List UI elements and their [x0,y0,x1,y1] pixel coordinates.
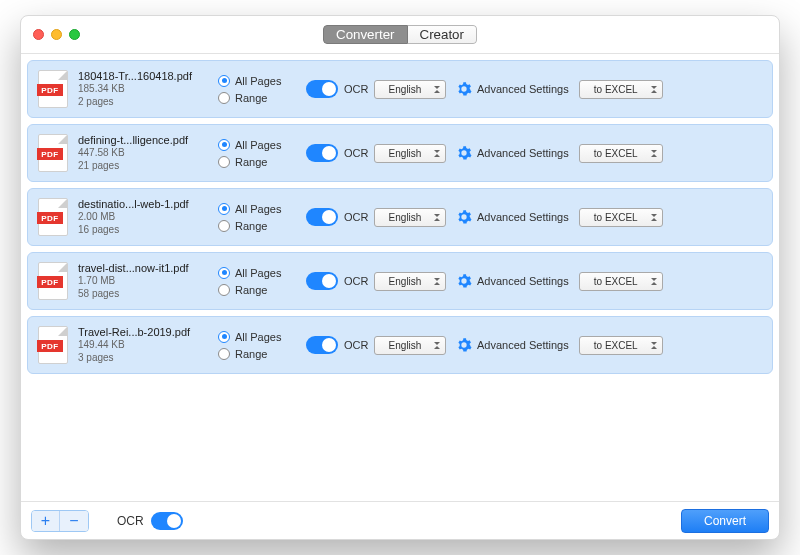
language-dropdown[interactable]: English [374,208,446,227]
advanced-label: Advanced Settings [477,211,569,223]
gear-icon [456,81,472,97]
file-pages: 2 pages [78,96,208,109]
file-row[interactable]: travel-dist...now-it1.pdf 1.70 MB 58 pag… [27,252,773,310]
language-dropdown[interactable]: English [374,144,446,163]
dropdown-value: to EXCEL [594,84,638,95]
ocr-label: OCR [344,211,368,223]
radio-range[interactable]: Range [218,284,296,296]
ocr-toggle[interactable] [306,336,338,354]
radio-icon [218,139,230,151]
advanced-settings[interactable]: Advanced Settings [456,145,569,161]
page-range-radios: All Pages Range [218,75,296,104]
output-format-dropdown[interactable]: to EXCEL [579,336,663,355]
ocr-toggle[interactable] [151,512,183,530]
dropdown-value: to EXCEL [594,276,638,287]
file-pages: 16 pages [78,224,208,237]
file-name: travel-dist...now-it1.pdf [78,262,208,276]
radio-icon [218,220,230,232]
add-file-button[interactable]: + [32,511,60,531]
radio-label: All Pages [235,139,281,151]
radio-label: Range [235,348,267,360]
dropdown-value: to EXCEL [594,148,638,159]
output-format-dropdown[interactable]: to EXCEL [579,272,663,291]
gear-icon [456,209,472,225]
gear-icon [456,337,472,353]
ocr-column: OCR [306,208,364,226]
language-dropdown[interactable]: English [374,336,446,355]
file-name: defining-t...lligence.pdf [78,134,208,148]
radio-icon [218,331,230,343]
file-size: 447.58 KB [78,147,208,160]
file-pages: 3 pages [78,352,208,365]
advanced-label: Advanced Settings [477,339,569,351]
radio-all-pages[interactable]: All Pages [218,331,296,343]
advanced-label: Advanced Settings [477,275,569,287]
file-row[interactable]: Travel-Rei...b-2019.pdf 149.44 KB 3 page… [27,316,773,374]
file-row[interactable]: destinatio...l-web-1.pdf 2.00 MB 16 page… [27,188,773,246]
file-row[interactable]: defining-t...lligence.pdf 447.58 KB 21 p… [27,124,773,182]
mode-segmented: Converter Creator [323,25,477,44]
ocr-column: OCR [306,272,364,290]
advanced-label: Advanced Settings [477,147,569,159]
minimize-icon[interactable] [51,29,62,40]
dropdown-value: English [389,212,422,223]
output-format-dropdown[interactable]: to EXCEL [579,144,663,163]
global-ocr: OCR [117,512,183,530]
advanced-settings[interactable]: Advanced Settings [456,81,569,97]
file-info: destinatio...l-web-1.pdf 2.00 MB 16 page… [78,198,208,237]
file-name: destinatio...l-web-1.pdf [78,198,208,212]
radio-all-pages[interactable]: All Pages [218,267,296,279]
file-info: defining-t...lligence.pdf 447.58 KB 21 p… [78,134,208,173]
radio-all-pages[interactable]: All Pages [218,203,296,215]
pdf-icon [38,198,68,236]
ocr-toggle[interactable] [306,80,338,98]
page-range-radios: All Pages Range [218,139,296,168]
radio-range[interactable]: Range [218,92,296,104]
add-remove-group: + − [31,510,89,532]
radio-range[interactable]: Range [218,156,296,168]
language-dropdown[interactable]: English [374,272,446,291]
pdf-icon [38,262,68,300]
radio-all-pages[interactable]: All Pages [218,139,296,151]
page-range-radios: All Pages Range [218,331,296,360]
output-format-dropdown[interactable]: to EXCEL [579,80,663,99]
bottom-bar: + − OCR Convert [21,501,779,539]
radio-all-pages[interactable]: All Pages [218,75,296,87]
advanced-settings[interactable]: Advanced Settings [456,337,569,353]
window-controls [33,29,80,40]
output-format-dropdown[interactable]: to EXCEL [579,208,663,227]
convert-button[interactable]: Convert [681,509,769,533]
tab-creator[interactable]: Creator [408,25,477,44]
dropdown-value: to EXCEL [594,212,638,223]
radio-label: Range [235,92,267,104]
file-info: Travel-Rei...b-2019.pdf 149.44 KB 3 page… [78,326,208,365]
close-icon[interactable] [33,29,44,40]
ocr-toggle[interactable] [306,208,338,226]
page-range-radios: All Pages Range [218,267,296,296]
pdf-icon [38,326,68,364]
file-pages: 21 pages [78,160,208,173]
tab-converter[interactable]: Converter [323,25,408,44]
file-row[interactable]: 180418-Tr...160418.pdf 185.34 KB 2 pages… [27,60,773,118]
ocr-label: OCR [117,514,144,528]
ocr-toggle[interactable] [306,144,338,162]
advanced-settings[interactable]: Advanced Settings [456,209,569,225]
dropdown-value: English [389,340,422,351]
language-dropdown[interactable]: English [374,80,446,99]
dropdown-value: English [389,276,422,287]
ocr-label: OCR [344,275,368,287]
radio-range[interactable]: Range [218,348,296,360]
remove-file-button[interactable]: − [60,511,88,531]
ocr-label: OCR [344,339,368,351]
ocr-label: OCR [344,83,368,95]
file-size: 185.34 KB [78,83,208,96]
pdf-icon [38,134,68,172]
maximize-icon[interactable] [69,29,80,40]
ocr-column: OCR [306,80,364,98]
radio-label: All Pages [235,331,281,343]
radio-range[interactable]: Range [218,220,296,232]
file-name: Travel-Rei...b-2019.pdf [78,326,208,340]
ocr-toggle[interactable] [306,272,338,290]
advanced-label: Advanced Settings [477,83,569,95]
advanced-settings[interactable]: Advanced Settings [456,273,569,289]
